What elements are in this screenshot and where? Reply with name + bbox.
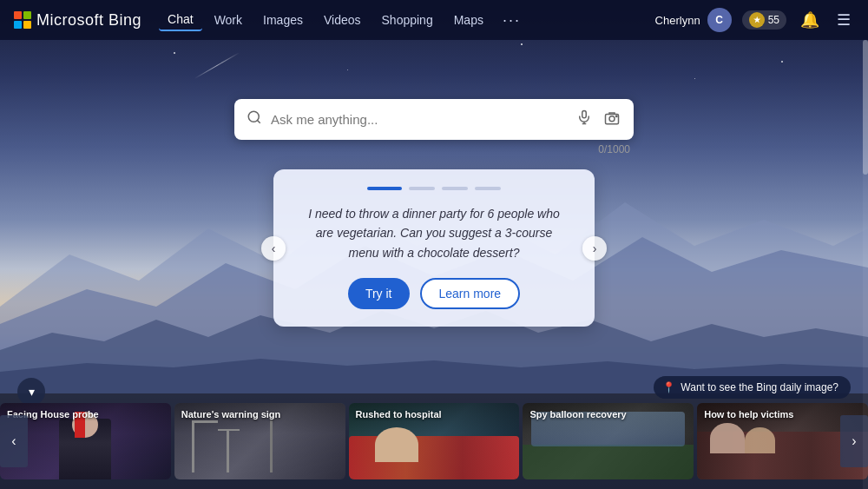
location-icon: 📍 — [662, 381, 675, 393]
nav-item-videos[interactable]: Videos — [315, 10, 370, 30]
carousel-prev-icon: ‹ — [11, 433, 16, 449]
news-card-2[interactable]: Nature's warning sign — [174, 403, 345, 479]
progress-dot-4[interactable] — [475, 187, 501, 190]
search-box — [234, 99, 634, 140]
progress-dot-1[interactable] — [367, 187, 402, 190]
daily-image-text: Want to see the Bing daily image? — [681, 381, 838, 393]
points-coin-icon: ★ — [749, 12, 765, 28]
news-card-3[interactable]: Rushed to hospital — [349, 403, 520, 479]
logo-sq-green — [23, 11, 31, 19]
svg-point-11 — [616, 116, 618, 117]
news-card-4[interactable]: Spy balloon recovery — [523, 403, 694, 479]
progress-dots — [299, 187, 569, 190]
scrollbar-thumb[interactable] — [863, 40, 868, 175]
nav-item-shopping[interactable]: Shopping — [373, 10, 442, 30]
menu-button[interactable]: ☰ — [833, 7, 854, 33]
bottom-strip: ▾ 📍 Want to see the Bing daily image? ‹ … — [0, 393, 868, 489]
progress-dot-2[interactable] — [409, 187, 435, 190]
scrollbar[interactable] — [863, 40, 868, 489]
learn-more-button[interactable]: Learn more — [420, 278, 521, 309]
prompt-card: ‹ › I need to throw a dinner party for 6… — [273, 169, 595, 327]
prompt-next-button[interactable]: › — [582, 236, 607, 261]
svg-point-4 — [248, 111, 259, 122]
microsoft-logo — [14, 11, 31, 29]
search-counter: 0/1000 — [234, 140, 634, 155]
collapse-icon: ▾ — [29, 385, 35, 399]
nav-item-maps[interactable]: Maps — [445, 10, 492, 30]
logo-sq-red — [14, 11, 22, 19]
nav-more-dots[interactable]: ··· — [496, 8, 528, 33]
progress-dot-3[interactable] — [442, 187, 468, 190]
search-icon — [247, 109, 262, 129]
prompt-text: I need to throw a dinner party for 6 peo… — [299, 204, 569, 262]
navbar: Microsoft Bing Chat Work Images Videos S… — [0, 0, 868, 40]
user-area[interactable]: Cherlynn C — [655, 8, 732, 32]
notification-button[interactable]: 🔔 — [797, 7, 823, 33]
prompt-prev-button[interactable]: ‹ — [261, 236, 286, 261]
logo-sq-blue — [14, 21, 22, 29]
search-input[interactable] — [271, 112, 566, 127]
carousel-prev-button[interactable]: ‹ — [0, 415, 28, 467]
carousel-next-icon: › — [852, 433, 856, 449]
nav-item-chat[interactable]: Chat — [159, 9, 202, 31]
news-card-title-5: How to help victims — [704, 408, 861, 420]
logo-text: Microsoft Bing — [36, 11, 141, 30]
nav-right: Cherlynn C ★ 55 🔔 ☰ — [655, 7, 854, 33]
search-container: 0/1000 — [234, 99, 634, 155]
nav-item-images[interactable]: Images — [254, 10, 312, 30]
collapse-button[interactable]: ▾ — [17, 378, 45, 406]
points-value: 55 — [768, 14, 779, 26]
voice-search-button[interactable] — [575, 108, 594, 131]
news-card-title-3: Rushed to hospital — [356, 408, 513, 420]
svg-rect-6 — [582, 111, 587, 118]
points-badge[interactable]: ★ 55 — [742, 10, 786, 30]
logo[interactable]: Microsoft Bing — [14, 11, 141, 30]
nav-items: Chat Work Images Videos Shopping Maps ··… — [159, 8, 655, 33]
nav-item-work[interactable]: Work — [206, 10, 251, 30]
user-name: Cherlynn — [655, 14, 700, 27]
news-card-title-2: Nature's warning sign — [181, 408, 339, 420]
news-card-title-4: Spy balloon recovery — [529, 408, 687, 420]
daily-image-prompt[interactable]: 📍 Want to see the Bing daily image? — [654, 376, 851, 399]
try-it-button[interactable]: Try it — [348, 278, 410, 309]
news-cards: Facing House probe Nature's warning sign… — [0, 403, 868, 479]
svg-line-5 — [257, 120, 260, 122]
news-card-title-1: Facing House probe — [7, 408, 164, 420]
prompt-actions: Try it Learn more — [299, 278, 569, 309]
image-search-button[interactable] — [602, 109, 621, 131]
svg-point-10 — [609, 116, 615, 121]
logo-sq-yellow — [23, 21, 31, 29]
avatar: C — [707, 8, 732, 32]
